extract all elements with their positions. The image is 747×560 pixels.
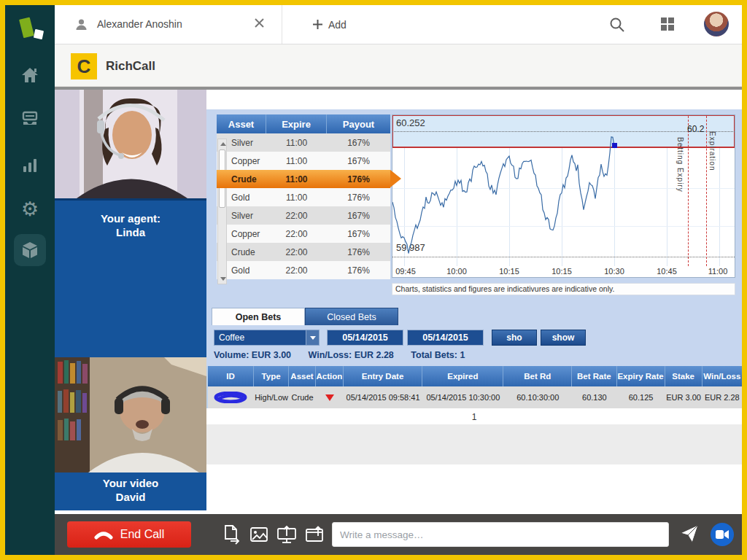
asset-row[interactable]: Gold22:00176% xyxy=(217,261,390,279)
bets-tabs: Open Bets Closed Bets xyxy=(212,308,398,325)
date-from-field[interactable]: 05/14/2015 xyxy=(327,330,403,346)
bets-table-header: ID Type Asset Action Entry Date Expired … xyxy=(206,366,742,386)
bets-table: ID Type Asset Action Entry Date Expired … xyxy=(206,366,742,426)
scroll-up-arrow[interactable] xyxy=(220,142,226,146)
asset-select-value: Coffee xyxy=(219,332,244,343)
screen-share-icon[interactable] xyxy=(276,524,297,545)
close-icon[interactable] xyxy=(255,18,264,28)
app-title: RichCall xyxy=(106,59,155,74)
window-share-icon[interactable] xyxy=(304,524,325,545)
bets-stats: Volume: EUR 3.00 Win/Loss: EUR 2.28 Tota… xyxy=(214,350,479,360)
sidebar-item-settings[interactable]: ⚙ xyxy=(14,193,46,225)
redacted-id-scribble xyxy=(214,392,247,403)
chart-disclaimer: Charts, statistics and figures are indic… xyxy=(392,283,735,295)
totalbets-stat: Total Bets: 1 xyxy=(411,350,465,360)
self-name: David xyxy=(55,491,206,503)
stats-icon xyxy=(21,158,39,174)
image-icon[interactable] xyxy=(249,524,269,545)
agent-name: Linda xyxy=(55,226,206,238)
asset-row-selected[interactable]: Crude11:00176% xyxy=(217,170,390,188)
sidebar: ⚙ xyxy=(5,5,55,555)
bets-pagination: 1 xyxy=(206,408,742,426)
payout-header-cell: Payout xyxy=(327,114,390,133)
asset-row[interactable]: Silver22:00167% xyxy=(217,206,390,225)
sidebar-item-home[interactable] xyxy=(14,59,46,91)
scroll-down-arrow[interactable] xyxy=(220,277,226,281)
brand-logo xyxy=(15,15,47,44)
asset-row[interactable]: Silver11:00167% xyxy=(217,133,390,152)
user-avatar[interactable] xyxy=(704,12,729,36)
search-icon[interactable] xyxy=(609,17,625,33)
current-rate-label: 60.2 xyxy=(687,124,704,134)
file-send-icon[interactable] xyxy=(221,524,241,545)
asset-table-scrollbar[interactable] xyxy=(217,139,227,284)
x-axis: 09:45 10:00 10:15 10:15 10:30 10:45 11:0… xyxy=(392,267,735,278)
volume-stat: Volume: EUR 3.00 xyxy=(214,350,291,360)
video-camera-icon xyxy=(716,529,729,540)
asset-row[interactable]: Copper11:00167% xyxy=(217,152,390,170)
apps-cube-icon xyxy=(21,241,39,260)
app-frame: ⚙ Alexander Anoshin Add xyxy=(0,0,747,560)
paper-plane-icon[interactable] xyxy=(679,524,700,544)
asset-select[interactable]: Coffee xyxy=(214,330,320,346)
bets-filters: Coffee 05/14/2015 05/14/2015 sho show xyxy=(206,330,742,346)
content-area: Your agent: Linda xyxy=(55,87,742,514)
show-button-2[interactable]: show xyxy=(541,330,586,346)
x-tick: 10:45 xyxy=(657,267,677,276)
agent-label-title: Your agent: xyxy=(55,212,206,225)
asset-row[interactable]: Crude22:00176% xyxy=(217,243,390,261)
asset-row[interactable]: Copper22:00167% xyxy=(217,225,390,243)
call-toolbar: End Call xyxy=(55,514,742,555)
inbox-icon xyxy=(20,109,39,128)
end-call-button[interactable]: End Call xyxy=(67,521,191,548)
sidebar-item-apps[interactable] xyxy=(14,234,46,266)
sidebar-item-inbox[interactable] xyxy=(14,103,46,135)
gear-icon: ⚙ xyxy=(21,200,39,219)
video-panel: Your agent: Linda xyxy=(55,90,206,514)
topbar: Alexander Anoshin Add xyxy=(55,5,742,44)
tab-open-bets[interactable]: Open Bets xyxy=(212,308,305,325)
self-label-title: Your video xyxy=(55,477,206,489)
price-series xyxy=(392,115,735,267)
home-icon xyxy=(20,66,39,84)
action-down-icon xyxy=(325,394,334,401)
bet-row[interactable]: High/Low Crude 05/14/2015 09:58:41 05/14… xyxy=(206,386,742,408)
x-tick: 10:15 xyxy=(499,267,519,276)
chart-plot: 60.252 59.987 60.2 Betting Expiry Expira… xyxy=(392,115,735,267)
asset-header-cell: Asset xyxy=(217,114,266,133)
apps-grid-icon[interactable] xyxy=(660,17,675,31)
add-label: Add xyxy=(328,19,347,31)
asset-row[interactable]: Gold11:00176% xyxy=(217,188,390,206)
x-tick: 10:00 xyxy=(446,267,467,276)
video-camera-button[interactable] xyxy=(711,523,734,546)
trading-widget: Asset Expire Payout Silver11:00167% Copp… xyxy=(206,109,742,424)
self-video xyxy=(55,357,206,472)
chevron-down-icon xyxy=(306,330,319,345)
message-input[interactable] xyxy=(332,522,669,547)
current-price-marker xyxy=(612,143,617,148)
x-tick: 11:00 xyxy=(708,267,728,276)
asset-table: Asset Expire Payout Silver11:00167% Copp… xyxy=(217,114,390,279)
agent-label-panel: Your agent: Linda xyxy=(55,198,206,357)
richcall-logo: C xyxy=(71,53,97,79)
asset-table-header: Asset Expire Payout xyxy=(217,114,390,133)
appbar: C RichCall xyxy=(55,44,742,87)
sidebar-item-stats[interactable] xyxy=(14,149,46,182)
add-tab-button[interactable]: Add xyxy=(303,5,357,44)
date-to-field[interactable]: 05/14/2015 xyxy=(407,330,484,346)
end-call-label: End Call xyxy=(120,528,164,541)
agent-video xyxy=(55,90,206,198)
x-tick: 10:30 xyxy=(604,267,624,276)
winloss-stat: Win/Loss: EUR 2.28 xyxy=(309,350,394,360)
plus-icon xyxy=(313,20,322,29)
page-number[interactable]: 1 xyxy=(472,412,477,422)
x-tick: 10:15 xyxy=(551,267,572,276)
contact-tab[interactable]: Alexander Anoshin xyxy=(55,5,282,44)
price-chart: 60.252 59.987 60.2 Betting Expiry Expira… xyxy=(392,114,735,278)
widget-footer xyxy=(206,424,742,464)
contact-name: Alexander Anoshin xyxy=(97,18,182,30)
tab-closed-bets[interactable]: Closed Bets xyxy=(305,308,398,325)
expire-header-cell: Expire xyxy=(266,114,327,133)
show-button-1[interactable]: sho xyxy=(492,330,537,346)
x-tick: 09:45 xyxy=(395,267,416,276)
